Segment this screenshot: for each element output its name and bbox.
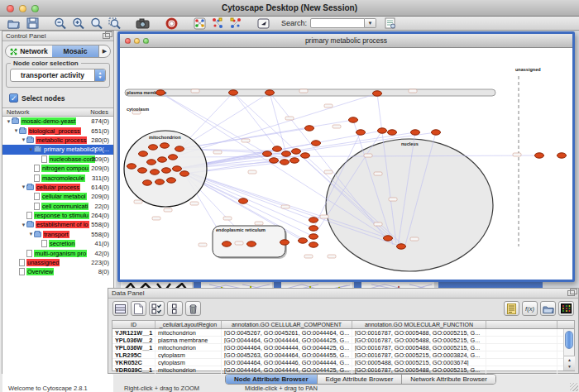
notes-icon[interactable]: [504, 301, 519, 316]
zoom-window-icon[interactable]: [31, 5, 39, 12]
network-node[interactable]: [273, 146, 282, 151]
tree-col-nodes[interactable]: Nodes: [90, 108, 108, 116]
network-node[interactable]: [309, 242, 318, 247]
network-node[interactable]: [312, 141, 321, 146]
network-node[interactable]: [280, 160, 290, 165]
tree-row[interactable]: cell communicati22(0): [2, 202, 113, 211]
network-node[interactable]: [270, 158, 279, 163]
open-icon[interactable]: [5, 17, 23, 30]
tree-row[interactable]: ▼primary metabolic p209(...: [2, 145, 113, 154]
network-node[interactable]: [305, 126, 314, 131]
network-node[interactable]: [388, 130, 397, 135]
network-node[interactable]: [299, 238, 308, 243]
tree-row[interactable]: nitrogen compou209(0): [2, 164, 113, 173]
tree-row[interactable]: ▼establishment of lo558(0): [2, 220, 113, 229]
network-node[interactable]: [158, 157, 167, 162]
table-row[interactable]: YLR295Ccytoplasm[GO:0045263, GO:0044464,…: [112, 351, 574, 359]
column-header-blank[interactable]: [486, 321, 557, 328]
minimize-view-icon[interactable]: [134, 38, 140, 44]
network-node[interactable]: [282, 151, 291, 156]
expander-open-icon[interactable]: ▼: [21, 184, 26, 189]
column-header[interactable]: ID: [112, 321, 156, 328]
scrollbar-arrows[interactable]: ▲▼: [564, 356, 575, 370]
network-node[interactable]: [432, 130, 441, 135]
import-table-icon[interactable]: [381, 17, 400, 30]
network-node[interactable]: [143, 180, 152, 185]
network-node[interactable]: [160, 143, 170, 148]
network-node[interactable]: [280, 240, 290, 245]
zoom-out-icon[interactable]: [51, 17, 69, 30]
attribute-browser-tab[interactable]: Edge Attribute Browser: [318, 375, 403, 384]
close-view-icon[interactable]: [125, 38, 131, 44]
network-node[interactable]: [292, 149, 301, 154]
network-node[interactable]: [180, 171, 189, 176]
combo-stepper-icon[interactable]: ▲▼: [94, 69, 105, 81]
tree-row[interactable]: cellular metabol209(0): [2, 192, 113, 201]
snapshot-icon[interactable]: [134, 17, 152, 30]
table-row[interactable]: YKR052Ccytoplasm[GO:0044464, GO:0044446,…: [112, 359, 574, 366]
column-header[interactable]: annotation.GO MOLECULAR_FUNCTION: [352, 321, 486, 328]
unselect-attributes-icon[interactable]: [167, 301, 183, 316]
network-node[interactable]: [290, 158, 299, 163]
network-node[interactable]: [266, 90, 275, 95]
import-folder-icon[interactable]: [540, 301, 556, 316]
zoom-in-icon[interactable]: [69, 17, 88, 30]
network-node[interactable]: [309, 234, 318, 239]
formula-icon[interactable]: f(x): [522, 301, 538, 316]
expander-open-icon[interactable]: ▼: [28, 232, 34, 237]
network-node[interactable]: [397, 244, 406, 249]
new-attribute-icon[interactable]: [131, 301, 146, 316]
help-ring-icon[interactable]: [162, 17, 180, 30]
network-node[interactable]: [309, 218, 318, 222]
network-node[interactable]: [384, 236, 393, 241]
network-node[interactable]: [356, 130, 366, 135]
expander-open-icon[interactable]: ▼: [13, 128, 19, 133]
network-node[interactable]: [162, 168, 171, 173]
network-node[interactable]: [229, 90, 238, 95]
network-node[interactable]: [349, 117, 358, 122]
tab-network[interactable]: Network: [6, 45, 52, 57]
tree-row[interactable]: multi-organism pro42(0): [2, 248, 113, 257]
tab-overflow-arrow-icon[interactable]: ▶: [98, 45, 110, 57]
tree-row[interactable]: nucleobase-cont209(0): [2, 155, 113, 164]
column-header[interactable]: _cellularLayoutRegion: [156, 321, 222, 328]
network-node[interactable]: [149, 145, 158, 150]
minimize-window-icon[interactable]: [19, 5, 26, 12]
network-node[interactable]: [557, 153, 567, 158]
expander-open-icon[interactable]: ▼: [21, 222, 26, 227]
tree-row[interactable]: ▼cellular process614(0): [2, 183, 113, 192]
scrollbar-thumb[interactable]: [565, 331, 573, 349]
tree-col-network[interactable]: Network: [7, 108, 30, 116]
network-node[interactable]: [175, 146, 184, 151]
tree-row[interactable]: secretion41(0): [2, 239, 113, 248]
attribute-browser-tab[interactable]: Network Attribute Browser: [402, 375, 495, 384]
network-node[interactable]: [173, 166, 182, 171]
expander-open-icon[interactable]: ▼: [28, 147, 34, 152]
vizmapper-icon[interactable]: [190, 17, 208, 30]
table-row[interactable]: YJR121W__1mitochondrion[GO:0045267, GO:0…: [112, 329, 574, 337]
table-row[interactable]: YPL036W__2plasma membrane[GO:0044464, GO…: [112, 337, 574, 344]
float-data-panel-icon[interactable]: [567, 290, 575, 296]
network-node[interactable]: [139, 151, 148, 156]
network-edge[interactable]: [233, 93, 277, 149]
network-node[interactable]: [239, 198, 248, 203]
select-nodes-checkbox[interactable]: ✓: [9, 93, 18, 103]
node-color-select[interactable]: transporter activity ▲▼: [10, 69, 106, 82]
search-input[interactable]: [310, 18, 365, 28]
zoom-view-icon[interactable]: [143, 38, 149, 44]
network-node[interactable]: [373, 91, 382, 96]
expander-open-icon[interactable]: ▼: [6, 119, 12, 124]
layout-network-icon[interactable]: [208, 17, 227, 30]
network-node[interactable]: [535, 153, 544, 158]
network-canvas[interactable]: plasma membranecytoplasmnucleusunassigne…: [120, 48, 572, 280]
close-window-icon[interactable]: [7, 5, 14, 12]
tree-row[interactable]: ▼metabolic process280(0): [2, 136, 113, 145]
network-window-titlebar[interactable]: primary metabolic process: [120, 34, 572, 48]
resize-grip[interactable]: [570, 383, 578, 391]
network-node[interactable]: [127, 164, 136, 169]
float-panel-icon[interactable]: [103, 33, 110, 39]
network-node[interactable]: [169, 155, 178, 160]
select-attributes-icon[interactable]: [149, 301, 165, 316]
network-node[interactable]: [167, 178, 176, 183]
zoom-selected-icon[interactable]: [106, 17, 124, 30]
